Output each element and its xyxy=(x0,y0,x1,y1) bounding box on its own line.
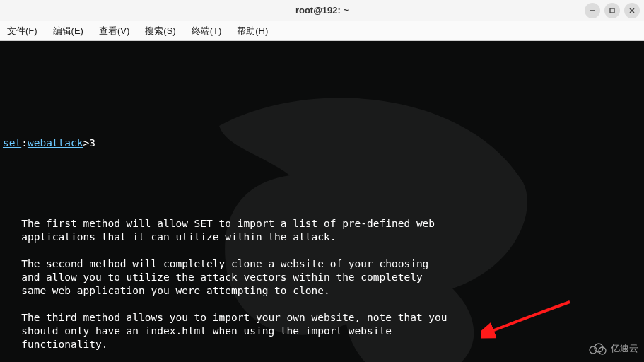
window-controls xyxy=(585,0,640,21)
minimize-button[interactable] xyxy=(585,3,600,18)
window-titlebar: root@192: ~ xyxy=(0,0,644,21)
output-line: The second method will completely clone … xyxy=(3,257,641,271)
svg-rect-1 xyxy=(610,8,614,13)
output-line xyxy=(3,351,641,362)
menu-file[interactable]: 文件(F) xyxy=(4,23,40,39)
menu-help[interactable]: 帮助(H) xyxy=(234,23,271,39)
output-line: The first method will allow SET to impor… xyxy=(3,217,641,230)
output-line: and allow you to utilize the attack vect… xyxy=(3,271,641,284)
user-input-1: 3 xyxy=(89,137,95,148)
prompt-line-1: set:webattack>3 xyxy=(3,136,641,150)
output-line: same web application you were attempting… xyxy=(3,284,641,298)
menubar: 文件(F) 编辑(E) 查看(V) 搜索(S) 终端(T) 帮助(H) xyxy=(0,21,644,41)
menu-terminal[interactable]: 终端(T) xyxy=(189,23,225,39)
output-line xyxy=(3,244,641,257)
terminal[interactable]: set:webattack>3 The first method will al… xyxy=(0,41,644,362)
output-line xyxy=(3,298,641,311)
output-line: applications that it can utilize within … xyxy=(3,230,641,244)
maximize-button[interactable] xyxy=(604,3,620,18)
output-line: The third method allows you to import yo… xyxy=(3,311,641,325)
menu-view[interactable]: 查看(V) xyxy=(96,23,132,39)
prompt-webattack: webattack xyxy=(28,137,83,148)
output-line: functionality. xyxy=(3,338,641,351)
window-title: root@192: ~ xyxy=(0,5,644,16)
terminal-output: The first method will allow SET to impor… xyxy=(3,204,641,362)
output-line xyxy=(3,204,641,217)
close-button[interactable] xyxy=(624,3,640,18)
output-line: should only have an index.html when usin… xyxy=(3,325,641,338)
prompt-set: set xyxy=(3,137,21,148)
menu-search[interactable]: 搜索(S) xyxy=(142,23,178,39)
menu-edit[interactable]: 编辑(E) xyxy=(50,23,86,39)
